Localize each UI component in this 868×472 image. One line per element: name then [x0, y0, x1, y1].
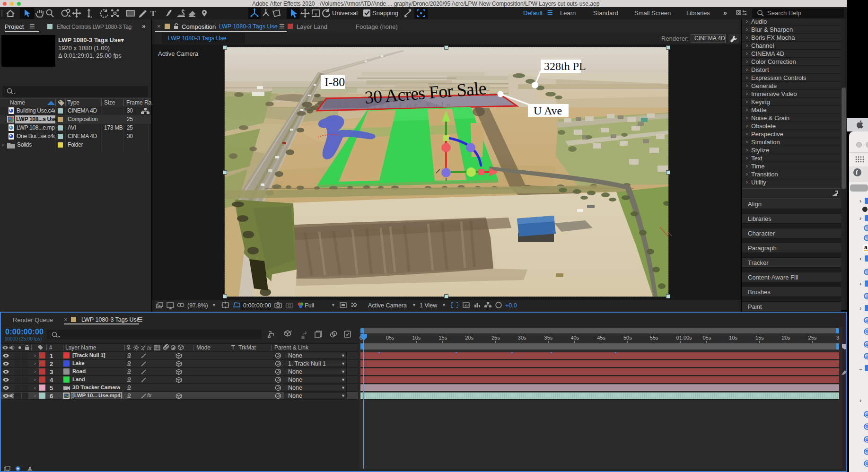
svg-text:fx: fx	[147, 345, 152, 351]
svg-text:328th PL: 328th PL	[544, 60, 586, 72]
svg-text:I-80: I-80	[324, 75, 345, 89]
svg-text:T: T	[150, 9, 156, 18]
svg-text:U Ave: U Ave	[534, 105, 562, 117]
